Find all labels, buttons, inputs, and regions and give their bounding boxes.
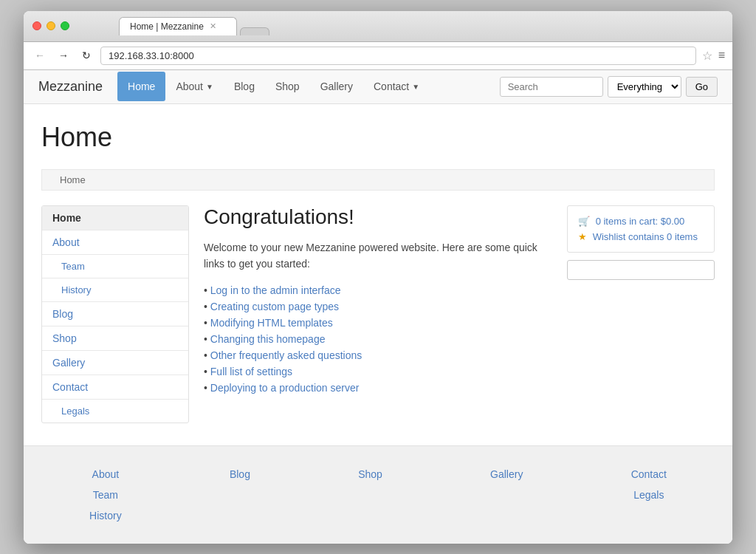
- list-item: Log in to the admin interface: [204, 282, 552, 298]
- page-title: Home: [41, 122, 715, 153]
- browser-menu-icon[interactable]: ≡: [718, 49, 725, 62]
- tab-title: Home | Mezzanine: [130, 21, 204, 32]
- footer-col-blog: Blog: [230, 468, 250, 521]
- footer-link-shop[interactable]: Shop: [358, 468, 382, 480]
- traffic-lights: Home | Mezzanine ✕: [32, 17, 724, 35]
- new-tab-button[interactable]: [240, 27, 269, 35]
- browser-window: Home | Mezzanine ✕ ← → ↻ ☆ ≡ Mezzanine H…: [24, 11, 732, 544]
- list-item: Creating custom page types: [204, 298, 552, 315]
- footer-link-gallery[interactable]: Gallery: [490, 468, 523, 480]
- site-navbar: Mezzanine Home About ▼ Blog Shop Gallery…: [24, 70, 732, 104]
- breadcrumb: Home: [41, 169, 715, 191]
- footer-col-gallery: Gallery: [490, 468, 523, 521]
- footer-col-contact: Contact Legals: [631, 468, 667, 521]
- list-item: Other frequently asked questions: [204, 347, 552, 363]
- sidebar-menu: Home About Team History Blog S: [41, 205, 189, 423]
- sidebar-link-blog[interactable]: Blog: [42, 302, 188, 326]
- footer-link-blog[interactable]: Blog: [230, 468, 250, 480]
- cart-icon: 🛒: [578, 216, 590, 227]
- content-link-html-templates[interactable]: Modifying HTML templates: [210, 317, 333, 329]
- site-footer: About Team History Blog Shop Gallery Con…: [24, 445, 732, 544]
- right-search-input[interactable]: [567, 260, 715, 280]
- content-link-faq[interactable]: Other frequently asked questions: [210, 349, 362, 361]
- sidebar-item-contact: Contact: [42, 375, 188, 400]
- sidebar-link-legals[interactable]: Legals: [42, 400, 188, 423]
- nav-link-about[interactable]: About ▼: [165, 72, 224, 101]
- wishlist-label: Wishlist contains 0 items: [593, 231, 698, 242]
- sidebar-item-team: Team: [42, 255, 188, 278]
- sidebar-item-home: Home: [42, 206, 188, 230]
- list-item: Full list of settings: [204, 363, 552, 380]
- content-link-admin[interactable]: Log in to the admin interface: [210, 284, 341, 296]
- footer-link-contact[interactable]: Contact: [631, 468, 667, 480]
- sidebar-item-gallery: Gallery: [42, 351, 188, 375]
- sidebar: Home About Team History Blog S: [41, 205, 189, 423]
- sidebar-item-legals: Legals: [42, 400, 188, 423]
- nav-link-shop[interactable]: Shop: [265, 72, 310, 101]
- sidebar-item-about: About: [42, 230, 188, 255]
- reload-button[interactable]: ↻: [78, 48, 94, 63]
- footer-link-about[interactable]: About: [92, 468, 120, 480]
- nav-link-contact[interactable]: Contact ▼: [363, 72, 430, 101]
- footer-grid: About Team History Blog Shop Gallery Con…: [41, 468, 715, 521]
- right-sidebar: 🛒 0 items in cart: $0.00 ★ Wishlist cont…: [567, 205, 715, 423]
- footer-link-team[interactable]: Team: [93, 489, 118, 501]
- footer-link-legals[interactable]: Legals: [633, 489, 664, 501]
- sidebar-link-home[interactable]: Home: [42, 206, 188, 230]
- content-link-homepage[interactable]: Changing this homepage: [210, 333, 326, 345]
- about-dropdown-arrow-icon: ▼: [206, 83, 213, 91]
- nav-link-gallery[interactable]: Gallery: [310, 72, 363, 101]
- sidebar-item-shop: Shop: [42, 326, 188, 351]
- site-brand: Mezzanine: [38, 70, 117, 103]
- minimize-traffic-light[interactable]: [47, 21, 55, 30]
- site-search-input[interactable]: [500, 77, 603, 97]
- cart-label: 0 items in cart: $0.00: [596, 216, 685, 227]
- browser-toolbar: ← → ↻ ☆ ≡: [24, 42, 732, 70]
- sidebar-link-about[interactable]: About: [42, 230, 188, 254]
- cart-link[interactable]: 🛒 0 items in cart: $0.00: [578, 213, 704, 229]
- main-content: Congratulations! Welcome to your new Mez…: [204, 205, 552, 423]
- footer-col-shop: Shop: [358, 468, 382, 521]
- content-heading: Congratulations!: [204, 205, 552, 229]
- back-button[interactable]: ←: [31, 48, 49, 63]
- sidebar-link-contact[interactable]: Contact: [42, 375, 188, 399]
- main-layout: Home About Team History Blog S: [24, 191, 732, 438]
- content-link-deploy[interactable]: Deploying to a production server: [210, 382, 360, 394]
- site-content: Mezzanine Home About ▼ Blog Shop Gallery…: [24, 70, 732, 544]
- content-link-custom-pages[interactable]: Creating custom page types: [210, 301, 339, 312]
- page-hero: Home: [24, 104, 732, 169]
- active-browser-tab[interactable]: Home | Mezzanine ✕: [119, 17, 237, 35]
- browser-titlebar: Home | Mezzanine ✕: [24, 11, 732, 42]
- site-search-select[interactable]: Everything: [608, 76, 681, 98]
- list-item: Modifying HTML templates: [204, 315, 552, 331]
- site-nav-links: Home About ▼ Blog Shop Gallery Contact ▼: [117, 72, 500, 101]
- nav-link-blog[interactable]: Blog: [224, 72, 265, 101]
- sidebar-link-shop[interactable]: Shop: [42, 326, 188, 350]
- cart-widget: 🛒 0 items in cart: $0.00 ★ Wishlist cont…: [567, 205, 715, 253]
- sidebar-item-blog: Blog: [42, 302, 188, 326]
- wishlist-star-icon: ★: [578, 231, 587, 242]
- site-search-button[interactable]: Go: [686, 77, 718, 97]
- close-traffic-light[interactable]: [32, 21, 41, 30]
- sidebar-item-history: History: [42, 278, 188, 302]
- footer-link-history[interactable]: History: [89, 510, 122, 521]
- forward-button[interactable]: →: [55, 48, 72, 63]
- tab-bar: Home | Mezzanine ✕: [119, 17, 269, 35]
- sidebar-link-history[interactable]: History: [42, 278, 188, 301]
- sidebar-link-team[interactable]: Team: [42, 255, 188, 278]
- site-search-area: Everything Go: [500, 70, 718, 103]
- content-links: Log in to the admin interface Creating c…: [204, 282, 552, 396]
- nav-link-home[interactable]: Home: [117, 72, 165, 101]
- sidebar-link-gallery[interactable]: Gallery: [42, 351, 188, 375]
- list-item: Changing this homepage: [204, 331, 552, 347]
- list-item: Deploying to a production server: [204, 380, 552, 396]
- wishlist-link[interactable]: ★ Wishlist contains 0 items: [578, 229, 704, 244]
- bookmark-star-icon[interactable]: ☆: [702, 49, 712, 63]
- content-intro: Welcome to your new Mezzanine powered we…: [204, 239, 552, 273]
- address-bar[interactable]: [100, 47, 696, 65]
- contact-dropdown-arrow-icon: ▼: [412, 83, 419, 91]
- content-link-settings[interactable]: Full list of settings: [210, 366, 292, 377]
- footer-col-about: About Team History: [89, 468, 122, 521]
- fullscreen-traffic-light[interactable]: [61, 21, 69, 30]
- tab-close-icon[interactable]: ✕: [210, 21, 216, 31]
